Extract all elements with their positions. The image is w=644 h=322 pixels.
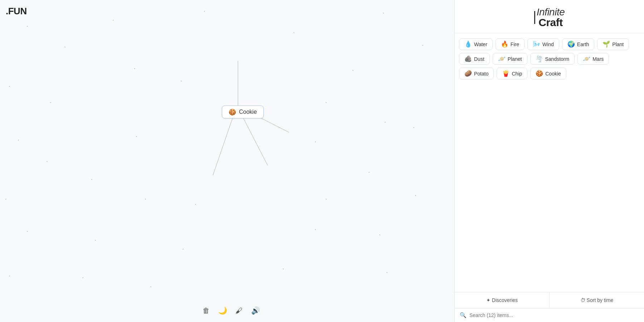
item-chip-cookie[interactable]: 🍪Cookie (530, 68, 566, 79)
item-chip-wind[interactable]: 🌬️Wind (527, 38, 559, 50)
item-emoji-earth: 🌍 (567, 41, 575, 47)
sidebar-bottom: ✦ Discoveries ⏱ Sort by time 🔍 (455, 292, 644, 322)
item-chip-mars[interactable]: 🪐Mars (577, 53, 609, 65)
search-bar: 🔍 (455, 308, 644, 322)
sortby-label: ⏱ Sort by time (580, 297, 614, 303)
dot (5, 199, 6, 200)
dot (18, 140, 19, 141)
title-bar (534, 11, 535, 24)
item-label-potato: Potato (474, 71, 488, 77)
item-label-mars: Mars (592, 56, 604, 62)
dot (95, 240, 96, 241)
dot (113, 20, 114, 21)
dot (91, 179, 92, 180)
item-label-earth: Earth (577, 42, 589, 47)
item-emoji-potato: 🥔 (464, 70, 472, 77)
dot (326, 102, 327, 103)
connection-lines (0, 0, 454, 322)
item-chip-chip[interactable]: 🍟Chip (497, 68, 527, 79)
dot (9, 275, 10, 277)
search-input[interactable] (469, 312, 639, 318)
dot (150, 286, 151, 287)
item-emoji-chip: 🍟 (502, 70, 509, 77)
dot (134, 68, 135, 69)
item-chip-water[interactable]: 💧Water (459, 38, 493, 50)
dot (379, 234, 380, 235)
item-label-cookie: Cookie (545, 71, 561, 77)
item-chip-earth[interactable]: 🌍Earth (562, 38, 594, 50)
item-chip-plant[interactable]: 🌱Plant (597, 38, 629, 50)
item-chip-potato[interactable]: 🥔Potato (459, 68, 494, 79)
sidebar-title-craft: Craft (537, 16, 565, 29)
discoveries-sortby-bar: ✦ Discoveries ⏱ Sort by time (455, 292, 644, 308)
item-label-chip: Chip (512, 71, 522, 77)
dot (415, 195, 416, 196)
sortby-tab[interactable]: ⏱ Sort by time (550, 292, 644, 308)
discoveries-label: ✦ Discoveries (486, 297, 518, 303)
dot (326, 199, 327, 200)
item-emoji-mars: 🪐 (583, 56, 590, 62)
dot (82, 277, 83, 278)
item-emoji-sandstorm: 🌪️ (536, 56, 543, 62)
items-grid: 💧Water🔥Fire🌬️Wind🌍Earth🌱Plant🪨Dust🪐Plane… (455, 33, 644, 292)
item-label-wind: Wind (542, 42, 554, 47)
cookie-node[interactable]: 🍪 Cookie (222, 106, 264, 118)
sidebar: Infinite Craft 💧Water🔥Fire🌬️Wind🌍Earth🌱P… (454, 0, 644, 322)
dark-mode-button[interactable]: 🌙 (217, 305, 228, 316)
dot (352, 70, 353, 71)
item-emoji-cookie: 🍪 (536, 70, 543, 77)
dot (47, 161, 48, 162)
item-label-fire: Fire (511, 42, 519, 47)
dot (315, 141, 316, 142)
dot (145, 199, 146, 200)
toolbar-icons: 🗑 🌙 🖌 🔊 (200, 305, 261, 316)
dot (195, 204, 196, 205)
canvas-area[interactable]: .FUN 🍪 Cookie (0, 0, 454, 322)
item-label-dust: Dust (474, 56, 484, 62)
logo: .FUN (6, 6, 27, 17)
brush-button[interactable]: 🖌 (233, 305, 245, 316)
sidebar-title: Infinite Craft (455, 0, 644, 33)
dot (293, 32, 294, 33)
dot (386, 272, 387, 273)
dot (27, 231, 28, 232)
item-label-plant: Plant (612, 42, 624, 47)
dot (9, 86, 10, 87)
sidebar-title-infinite: Infinite (537, 6, 565, 18)
item-emoji-wind: 🌬️ (533, 41, 540, 47)
item-chip-dust[interactable]: 🪨Dust (459, 53, 490, 65)
dot (181, 80, 182, 82)
dot (369, 172, 370, 173)
item-chip-sandstorm[interactable]: 🌪️Sandstorm (530, 53, 575, 65)
dot (182, 249, 184, 250)
search-icon: 🔍 (460, 312, 467, 318)
svg-line-2 (213, 118, 233, 175)
item-chip-fire[interactable]: 🔥Fire (496, 38, 525, 50)
dot (204, 11, 205, 12)
cookie-node-label: Cookie (239, 109, 257, 115)
discoveries-tab[interactable]: ✦ Discoveries (455, 292, 550, 308)
item-chip-planet[interactable]: 🪐Planet (493, 53, 527, 65)
cookie-node-emoji: 🍪 (229, 109, 236, 115)
dot (50, 102, 51, 103)
delete-button[interactable]: 🗑 (200, 305, 212, 316)
item-label-water: Water (474, 42, 487, 47)
svg-line-3 (243, 118, 268, 165)
dot (385, 122, 386, 123)
dot (136, 136, 137, 137)
dot (413, 127, 414, 128)
item-label-sandstorm: Sandstorm (545, 56, 570, 62)
dot (383, 13, 384, 14)
item-emoji-plant: 🌱 (602, 41, 610, 47)
dot (27, 26, 28, 27)
dot (315, 229, 316, 230)
item-emoji-water: 💧 (464, 41, 472, 47)
sound-button[interactable]: 🔊 (250, 305, 261, 316)
item-emoji-dust: 🪨 (464, 56, 472, 62)
item-label-planet: Planet (508, 56, 522, 62)
dot (64, 47, 65, 48)
dot (422, 45, 423, 46)
item-emoji-planet: 🪐 (498, 56, 506, 62)
item-emoji-fire: 🔥 (501, 41, 508, 47)
dot (283, 268, 284, 269)
